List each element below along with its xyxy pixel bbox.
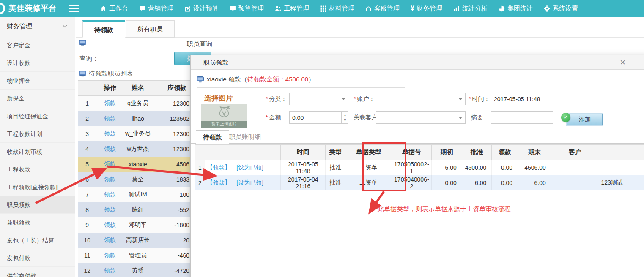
row-number: 5 <box>78 157 97 172</box>
sidebar-item-质保金[interactable]: 质保金 <box>0 90 75 107</box>
sidebar-item-设计收款[interactable]: 设计收款 <box>0 54 75 72</box>
sidebar-item-客户定金[interactable]: 客户定金 <box>0 36 75 54</box>
sidebar-item-收款计划审核[interactable]: 收款计划审核 <box>0 143 75 160</box>
column-header: 客户 <box>551 145 599 160</box>
sidebar-item-兼职领款[interactable]: 兼职领款 <box>0 214 75 231</box>
receive-cell: 领款 <box>97 141 123 157</box>
receive-link[interactable]: 领款 <box>104 236 116 243</box>
summary-input[interactable] <box>491 111 553 124</box>
sidebar-item-物业押金[interactable]: 物业押金 <box>0 72 75 90</box>
receive-link[interactable]: 领款 <box>104 115 116 122</box>
row-number: 6 <box>78 172 97 187</box>
category-select[interactable] <box>289 93 348 105</box>
nav-item-集团统计[interactable]: 集团统计 <box>493 0 538 17</box>
close-icon[interactable]: × <box>620 57 625 68</box>
money-bag-icon <box>216 105 233 121</box>
receive-action-link[interactable]: 【领款】 <box>207 164 230 171</box>
actions-cell: 【领款】[设为已领] <box>205 160 281 175</box>
amount-label: *金额： <box>266 111 287 124</box>
nav-item-营销管理[interactable]: 营销管理 <box>134 0 179 17</box>
column-header: 操作 <box>97 81 123 96</box>
sidebar-header[interactable]: 财务管理 <box>0 17 75 36</box>
headset-icon <box>365 5 372 12</box>
column-header: 期初 <box>432 145 462 160</box>
receive-cell: 领款 <box>97 202 123 217</box>
edit-icon <box>184 5 191 12</box>
nav-item-客服管理[interactable]: 客服管理 <box>360 0 405 17</box>
receive-cell: 领款 <box>97 96 123 111</box>
nav-item-财务管理[interactable]: ¥财务管理 <box>405 0 448 17</box>
row-number: 2 <box>195 175 205 190</box>
menu-toggle-icon[interactable] <box>69 5 79 12</box>
receive-cell: 领款 <box>97 157 123 172</box>
receive-link[interactable]: 领款 <box>104 130 116 137</box>
column-header: 类型 <box>326 145 345 160</box>
row-number: 7 <box>78 187 97 202</box>
receive-link[interactable]: 领款 <box>104 191 116 198</box>
set-received-link[interactable]: [设为已领] <box>236 179 263 186</box>
sidebar-item-供货商付款[interactable]: 供货商付款 <box>0 267 75 277</box>
staff-name: 高新店长 <box>123 233 153 248</box>
nav-item-系统设置[interactable]: 系统设置 <box>538 0 584 17</box>
set-received-link[interactable]: [设为已领] <box>236 164 263 171</box>
modal-tab-account-detail[interactable]: 职员账明细 <box>222 130 268 144</box>
table-row: 5领款xiaoxie4506.00 <box>78 157 201 172</box>
sidebar-item-发包付款[interactable]: 发包付款 <box>0 249 75 267</box>
time-input[interactable] <box>491 93 553 105</box>
sidebar-item-发包（工长）结算[interactable]: 发包（工长）结算 <box>0 231 75 249</box>
receive-link[interactable]: 领款 <box>104 206 116 213</box>
staff-name: w_业务员 <box>123 126 153 141</box>
begin-balance: 0.00 <box>432 175 462 190</box>
receive-link[interactable]: 领款 <box>104 176 116 182</box>
table-row: 1领款g业务员12300.00 <box>78 96 201 111</box>
sidebar-item-工程收款[interactable]: 工程收款 <box>0 160 75 178</box>
sidebar-item-职员领款[interactable]: 职员领款 <box>0 196 75 214</box>
tab-all-staff[interactable]: 所有职员 <box>126 20 175 38</box>
actions-cell: 【领款】[设为已领] <box>205 175 281 190</box>
category-label: *分类： <box>266 93 287 105</box>
add-button[interactable]: 添加 <box>567 114 603 125</box>
receive-link[interactable]: 领款 <box>104 145 116 152</box>
receive-link[interactable]: 领款 <box>104 160 116 167</box>
receive-cell: 领款 <box>97 263 123 277</box>
time-label: *时间： <box>469 93 490 105</box>
staff-name: 陈红 <box>123 202 153 217</box>
receive-link[interactable]: 领款 <box>104 221 116 228</box>
sidebar: 财务管理 客户定金设计收款物业押金质保金项目经理保证金工程收款计划收款计划审核工… <box>0 17 75 277</box>
table-row: 3领款w_业务员12300.00 <box>78 126 201 141</box>
doc-number: 1705050002-1 <box>392 160 432 175</box>
no-image-label: 暂未上传图片 <box>201 121 247 128</box>
choose-image-button[interactable]: 选择图片 <box>204 93 233 103</box>
amount-stepper[interactable]: ▲▼ <box>341 111 348 124</box>
yen-icon: ¥ <box>411 5 414 12</box>
nav-item-设计预算[interactable]: 设计预算 <box>179 0 224 17</box>
row-number: 8 <box>78 202 97 217</box>
sidebar-item-工程收款计划[interactable]: 工程收款计划 <box>0 125 75 143</box>
receive-link[interactable]: 领款 <box>104 252 116 258</box>
monitor-info-icon <box>197 76 204 83</box>
sidebar-item-工程领款[直接领款][interactable]: 工程领款[直接领款] <box>0 178 75 196</box>
monitor-icon <box>230 5 236 12</box>
nav-item-材料管理[interactable]: 材料管理 <box>315 0 360 17</box>
nav-item-预算管理[interactable]: 预算管理 <box>224 0 269 17</box>
tab-pending-payments[interactable]: 待领款 <box>82 20 125 38</box>
receive-cell: 领款 <box>97 172 123 187</box>
receive-link[interactable]: 领款 <box>104 267 116 274</box>
sidebar-item-项目经理保证金[interactable]: 项目经理保证金 <box>0 107 75 125</box>
account-select[interactable] <box>376 93 466 105</box>
app-logo-icon <box>0 3 5 14</box>
row-number: 2 <box>78 111 97 126</box>
caret-down-icon <box>459 98 462 100</box>
receive-action-link[interactable]: 【领款】 <box>207 179 230 186</box>
customer-select[interactable] <box>376 111 466 124</box>
nav-item-工作台[interactable]: 工作台 <box>95 0 134 17</box>
receive-link[interactable]: 领款 <box>104 100 116 106</box>
payment-records-table: 时间类型单据类型单据号期初批准领款期末客户 1【领款】[设为已领]2017-05… <box>195 144 644 190</box>
nav-item-统计分析[interactable]: 统计分析 <box>448 0 493 17</box>
begin-balance: 6.00 <box>432 160 462 175</box>
search-input[interactable] <box>100 52 175 65</box>
nav-item-工程管理[interactable]: 工程管理 <box>269 0 315 17</box>
amount-input[interactable] <box>289 111 348 124</box>
barchart-icon <box>453 5 460 12</box>
search-label: 查询： <box>79 55 99 63</box>
